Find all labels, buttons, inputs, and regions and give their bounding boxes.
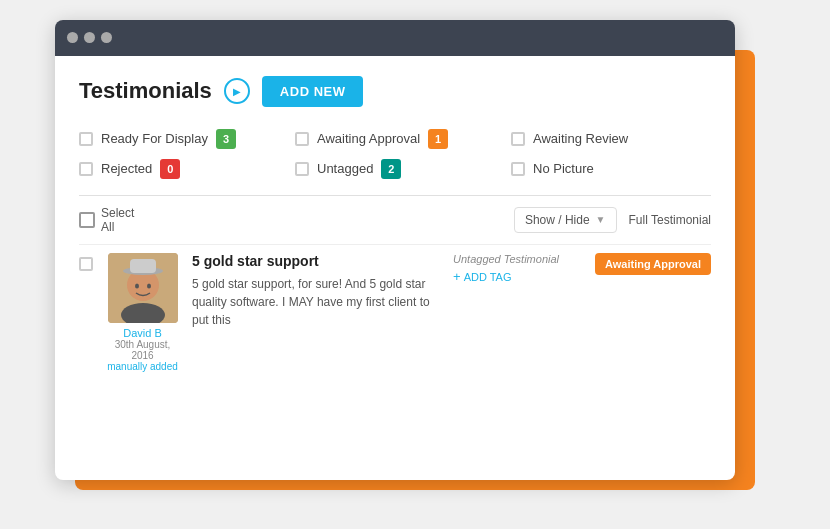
- page-title: Testimonials: [79, 78, 212, 104]
- author-date: 30th August, 2016: [105, 339, 180, 361]
- filter-untagged-checkbox[interactable]: [295, 162, 309, 176]
- full-testimonial-label: Full Testimonial: [629, 213, 711, 227]
- svg-rect-4: [130, 259, 156, 273]
- tag-label: Untagged Testimonial: [453, 253, 583, 265]
- filter-rejected-badge: 0: [160, 159, 180, 179]
- testimonial-meta: Untagged Testimonial + ADD TAG: [453, 253, 583, 284]
- traffic-light-green: [101, 32, 112, 43]
- author-name[interactable]: David B: [123, 327, 162, 339]
- svg-point-5: [135, 284, 139, 289]
- table-controls: Select All Show / Hide ▼ Full Testimonia…: [79, 206, 711, 235]
- filter-awaiting-label: Awaiting Approval: [317, 131, 420, 146]
- browser-titlebar: [55, 20, 735, 56]
- traffic-light-yellow: [84, 32, 95, 43]
- filter-nopic-checkbox[interactable]: [511, 162, 525, 176]
- filter-awaiting: Awaiting Approval 1: [295, 129, 495, 149]
- status-badge: Awaiting Approval: [595, 253, 711, 275]
- browser-content: Testimonials ▶ ADD NEW Ready For Display…: [55, 56, 735, 397]
- filter-rejected: Rejected 0: [79, 159, 279, 179]
- dropdown-arrow-icon: ▼: [596, 214, 606, 225]
- filter-ready: Ready For Display 3: [79, 129, 279, 149]
- filter-review-label: Awaiting Review: [533, 131, 628, 146]
- filter-rejected-checkbox[interactable]: [79, 162, 93, 176]
- add-tag-label: ADD TAG: [464, 271, 512, 283]
- filter-rejected-label: Rejected: [101, 161, 152, 176]
- testimonial-text: 5 gold star support, for sure! And 5 gol…: [192, 275, 441, 329]
- filter-untagged-badge: 2: [381, 159, 401, 179]
- filter-awaiting-checkbox[interactable]: [295, 132, 309, 146]
- avatar-image: [108, 253, 178, 323]
- filter-ready-badge: 3: [216, 129, 236, 149]
- plus-icon: +: [453, 269, 461, 284]
- divider: [79, 195, 711, 196]
- testimonial-title: 5 gold star support: [192, 253, 441, 269]
- header-row: Testimonials ▶ ADD NEW: [79, 76, 711, 107]
- show-hide-dropdown[interactable]: Show / Hide ▼: [514, 207, 617, 233]
- filter-nopic: No Picture: [511, 159, 711, 179]
- filter-untagged-label: Untagged: [317, 161, 373, 176]
- filter-awaiting-badge: 1: [428, 129, 448, 149]
- add-tag-button[interactable]: + ADD TAG: [453, 269, 583, 284]
- add-new-button[interactable]: ADD NEW: [262, 76, 364, 107]
- filter-ready-label: Ready For Display: [101, 131, 208, 146]
- select-all-area: Select All: [79, 206, 134, 235]
- play-icon[interactable]: ▶: [224, 78, 250, 104]
- show-hide-label: Show / Hide: [525, 213, 590, 227]
- traffic-light-red: [67, 32, 78, 43]
- outer-wrapper: Testimonials ▶ ADD NEW Ready For Display…: [55, 20, 775, 510]
- filter-review: Awaiting Review: [511, 129, 711, 149]
- table-row: David B 30th August, 2016 manually added…: [79, 244, 711, 380]
- svg-point-6: [147, 284, 151, 289]
- filter-untagged: Untagged 2: [295, 159, 495, 179]
- filter-grid: Ready For Display 3 Awaiting Approval 1 …: [79, 129, 711, 179]
- filter-nopic-label: No Picture: [533, 161, 594, 176]
- testimonial-content: 5 gold star support 5 gold star support,…: [192, 253, 441, 329]
- select-all-checkbox[interactable]: [79, 212, 95, 228]
- author-source: manually added: [107, 361, 178, 372]
- avatar-area: David B 30th August, 2016 manually added: [105, 253, 180, 372]
- filter-ready-checkbox[interactable]: [79, 132, 93, 146]
- filter-review-checkbox[interactable]: [511, 132, 525, 146]
- row-checkbox[interactable]: [79, 257, 93, 271]
- browser-window: Testimonials ▶ ADD NEW Ready For Display…: [55, 20, 735, 480]
- select-all-label: Select All: [101, 206, 134, 235]
- avatar: [108, 253, 178, 323]
